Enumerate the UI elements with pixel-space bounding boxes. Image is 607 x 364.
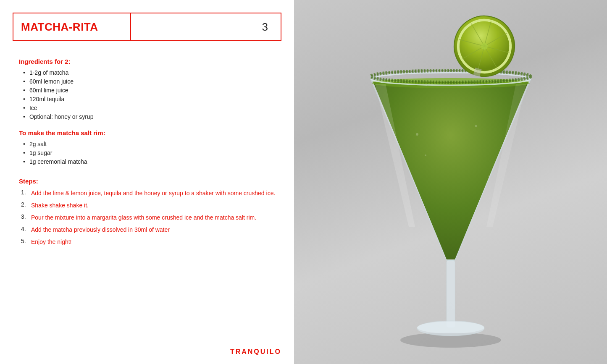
list-item: Optional: honey or syrup <box>23 113 281 120</box>
rim-heading: To make the matcha salt rim: <box>19 129 281 136</box>
list-item: Shake shake shake it. <box>21 201 281 210</box>
ingredients-heading: Ingredients for 2: <box>19 58 281 65</box>
list-item: Add the matcha previously dissolved in 3… <box>21 225 281 234</box>
svg-point-18 <box>425 155 426 156</box>
list-item: Add the lime & lemon juice, tequila and … <box>21 189 281 198</box>
brand-footer: TRANQUILO <box>0 348 294 364</box>
left-panel: MATCHA-RITA 3 Ingredients for 2: 1-2g of… <box>0 0 294 364</box>
svg-point-19 <box>475 125 477 127</box>
recipe-title: MATCHA-RITA <box>21 21 98 34</box>
ingredients-list: 1-2g of matcha 60ml lemon juice 60ml lim… <box>23 69 281 120</box>
svg-point-17 <box>416 133 418 136</box>
content-area: Ingredients for 2: 1-2g of matcha 60ml l… <box>0 41 294 348</box>
list-item: 60ml lime juice <box>23 87 281 94</box>
title-cell: MATCHA-RITA <box>13 13 131 40</box>
list-item: 1g sugar <box>23 149 281 156</box>
right-panel <box>294 0 607 364</box>
svg-point-3 <box>417 322 484 333</box>
page-number: 3 <box>262 21 268 34</box>
header-box: MATCHA-RITA 3 <box>13 13 281 41</box>
cocktail-image <box>294 0 607 364</box>
margarita-glass-svg <box>333 8 568 353</box>
list-item: Enjoy the night! <box>21 238 281 246</box>
list-item: 60ml lemon juice <box>23 78 281 85</box>
rim-ingredients-list: 2g salt 1g sugar 1g ceremonial matcha <box>23 141 281 165</box>
list-item: 1g ceremonial matcha <box>23 158 281 165</box>
steps-heading: Steps: <box>19 178 281 185</box>
brand-name: TRANQUILO <box>230 348 281 355</box>
svg-rect-1 <box>447 260 455 327</box>
list-item: 120ml tequila <box>23 96 281 102</box>
steps-list: Add the lime & lemon juice, tequila and … <box>21 189 281 246</box>
list-item: 2g salt <box>23 141 281 147</box>
list-item: Pour the mixture into a margarita glass … <box>21 213 281 222</box>
page-number-cell: 3 <box>131 13 281 40</box>
list-item: 1-2g of matcha <box>23 69 281 76</box>
svg-point-20 <box>488 175 489 177</box>
list-item: Ice <box>23 105 281 111</box>
